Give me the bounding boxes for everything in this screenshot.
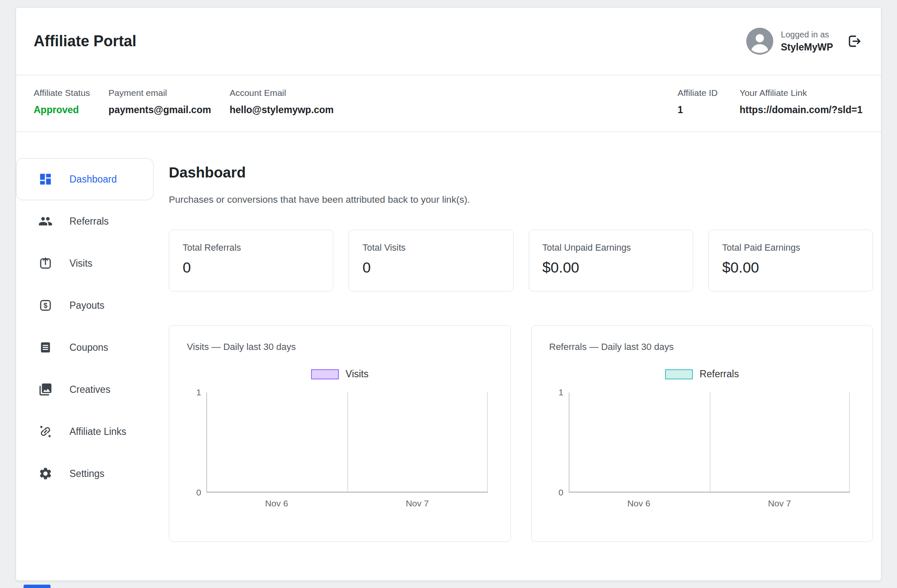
stat-label: Total Referrals	[183, 243, 319, 253]
affiliate-status-label: Affiliate Status	[34, 88, 90, 98]
referrals-chart-legend[interactable]: Referrals	[549, 368, 855, 380]
sidebar-item-coupons[interactable]: Coupons	[16, 326, 154, 368]
affiliate-link-field: Your Affiliate Link https://domain.com/?…	[740, 88, 862, 116]
bottom-edge-blue-element	[24, 585, 51, 588]
affiliate-link-label: Your Affiliate Link	[740, 88, 862, 98]
stat-card-total-visits: Total Visits 0	[349, 230, 513, 291]
affiliate-id-field: Affiliate ID 1	[678, 88, 718, 116]
sidebar-item-label: Coupons	[69, 342, 108, 353]
coupon-receipt-icon	[38, 340, 53, 355]
dashboard-icon	[38, 172, 53, 186]
visits-plot-grid	[206, 392, 488, 493]
stat-value: 0	[362, 259, 499, 276]
stat-label: Total Paid Earnings	[722, 243, 859, 253]
x-axis-tick: Nov 6	[206, 498, 347, 509]
user-meta: Logged in as StyleMyWP	[781, 29, 833, 54]
referrals-legend-swatch	[665, 369, 693, 379]
gridline	[710, 392, 711, 492]
x-axis-labels: Nov 6 Nov 7	[569, 498, 850, 509]
gridline	[487, 392, 488, 492]
account-email-label: Account Email	[229, 88, 333, 98]
person-icon	[746, 28, 773, 55]
sidebar-nav: Dashboard Referrals Visits	[16, 158, 169, 542]
affiliate-link-value[interactable]: https://domain.com/?sld=1	[740, 104, 862, 116]
stat-card-total-referrals: Total Referrals 0	[169, 230, 333, 291]
sidebar-item-dashboard[interactable]: Dashboard	[16, 158, 154, 200]
sidebar-item-label: Referrals	[69, 216, 109, 227]
sidebar-item-label: Dashboard	[69, 174, 117, 185]
image-stack-icon	[38, 382, 53, 397]
sidebar-item-label: Visits	[69, 258, 93, 269]
x-axis-labels: Nov 6 Nov 7	[206, 498, 488, 509]
affiliate-status-field: Affiliate Status Approved	[34, 88, 90, 116]
referrals-plot-area: 1 0 Nov 6 Nov 7	[549, 392, 850, 509]
page-subtitle: Purchases or conversions that have been …	[169, 193, 873, 206]
visits-chart-title: Visits — Daily last 30 days	[187, 342, 493, 352]
sidebar-item-label: Payouts	[69, 300, 104, 311]
y-axis-tick: 1	[187, 387, 201, 397]
page-title: Dashboard	[169, 164, 873, 181]
sidebar-item-label: Affiliate Links	[69, 426, 126, 437]
visits-chart-legend[interactable]: Visits	[187, 368, 493, 380]
user-area: Logged in as StyleMyWP	[746, 28, 862, 55]
logout-button[interactable]	[846, 33, 862, 49]
affiliate-status-value: Approved	[34, 104, 90, 116]
logout-icon	[846, 33, 862, 49]
sidebar-item-label: Settings	[69, 468, 104, 479]
account-email-value: hello@stylemywp.com	[229, 104, 333, 116]
portal-header: Affiliate Portal Logged in as StyleMyWP	[16, 8, 881, 75]
x-axis-tick: Nov 7	[709, 498, 850, 509]
y-axis-tick: 0	[187, 487, 201, 498]
username: StyleMyWP	[781, 41, 833, 54]
sidebar-item-visits[interactable]: Visits	[16, 242, 154, 284]
content-area: Dashboard Referrals Visits	[16, 132, 881, 542]
referrals-chart-card: Referrals — Daily last 30 days Referrals…	[531, 325, 873, 542]
sidebar-item-creatives[interactable]: Creatives	[16, 368, 154, 411]
visits-chart-card: Visits — Daily last 30 days Visits 1 0	[169, 325, 511, 542]
payment-email-value: payments@gmail.com	[109, 104, 211, 116]
charts-row: Visits — Daily last 30 days Visits 1 0	[169, 325, 873, 542]
sidebar-item-payouts[interactable]: $ Payouts	[16, 284, 154, 326]
visits-upload-icon	[38, 256, 53, 270]
sidebar-item-settings[interactable]: Settings	[16, 453, 154, 495]
gear-icon	[38, 466, 53, 481]
app-title: Affiliate Portal	[34, 32, 136, 50]
x-axis-tick: Nov 7	[347, 498, 487, 509]
logged-in-as-label: Logged in as	[781, 29, 833, 40]
account-email-field: Account Email hello@stylemywp.com	[229, 88, 333, 116]
stat-label: Total Visits	[362, 243, 499, 253]
y-axis-tick: 0	[549, 487, 564, 498]
sidebar-item-referrals[interactable]: Referrals	[16, 200, 154, 242]
affiliate-portal-card: Affiliate Portal Logged in as StyleMyWP	[16, 7, 881, 581]
link-icon	[38, 424, 53, 439]
referrals-legend-label: Referrals	[700, 368, 739, 380]
referrals-plot-grid	[569, 392, 850, 493]
payment-email-label: Payment email	[109, 88, 211, 98]
user-avatar[interactable]	[746, 28, 773, 55]
visits-legend-label: Visits	[346, 368, 369, 380]
x-axis-tick: Nov 6	[569, 498, 709, 509]
affiliate-id-label: Affiliate ID	[678, 88, 718, 98]
stat-card-total-paid-earnings: Total Paid Earnings $0.00	[708, 230, 873, 291]
stat-value: 0	[183, 259, 319, 276]
sidebar-item-affiliate-links[interactable]: Affiliate Links	[16, 411, 154, 453]
payment-email-field: Payment email payments@gmail.com	[109, 88, 211, 116]
y-axis-tick: 1	[549, 387, 564, 397]
info-bar-right: Affiliate ID 1 Your Affiliate Link https…	[678, 88, 862, 116]
stat-label: Total Unpaid Earnings	[543, 243, 679, 253]
stat-card-total-unpaid-earnings: Total Unpaid Earnings $0.00	[529, 230, 693, 291]
main-panel: Dashboard Purchases or conversions that …	[169, 158, 881, 542]
stat-value: $0.00	[543, 259, 679, 276]
gridline	[347, 392, 348, 492]
referrals-chart-title: Referrals — Daily last 30 days	[549, 342, 855, 352]
sidebar-item-label: Creatives	[69, 384, 110, 395]
people-icon	[38, 214, 53, 228]
stats-row: Total Referrals 0 Total Visits 0 Total U…	[169, 230, 873, 291]
stat-value: $0.00	[722, 259, 859, 276]
visits-plot-area: 1 0 Nov 6 Nov 7	[187, 392, 488, 509]
gridline	[849, 392, 850, 492]
dollar-box-icon: $	[38, 298, 53, 313]
affiliate-id-value: 1	[678, 104, 718, 116]
svg-text:$: $	[43, 302, 47, 309]
affiliate-info-bar: Affiliate Status Approved Payment email …	[16, 75, 881, 132]
